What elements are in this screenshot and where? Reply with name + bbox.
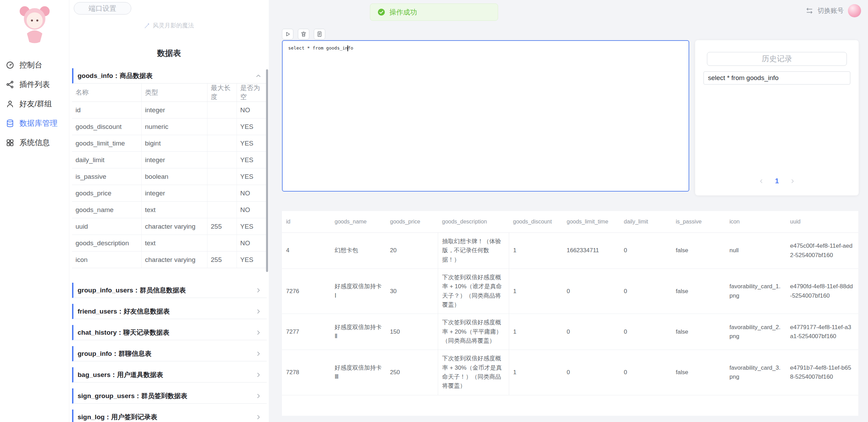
run-query-button[interactable] — [282, 29, 293, 39]
schema-cell: NO — [237, 102, 267, 118]
schema-cell: text — [141, 202, 207, 218]
play-icon — [284, 31, 291, 37]
table-cell: 150 — [386, 314, 438, 350]
table-cell: favorability_card_2.png — [725, 314, 786, 350]
table-section-sign-log[interactable]: sign_log：用户签到记录表 — [72, 410, 267, 422]
schema-cell: goods_description — [72, 235, 141, 252]
schema-row: daily_limit integer YES — [72, 152, 267, 168]
sidebar-item-plugins[interactable]: 插件列表 — [0, 75, 69, 94]
switch-account-icon[interactable] — [806, 7, 813, 15]
scrollbar-thumb[interactable] — [266, 69, 268, 272]
sidebar-nav: 控制台 插件列表 好友/群组 — [0, 55, 69, 152]
avatar[interactable] — [848, 4, 861, 17]
document-button[interactable] — [314, 29, 325, 39]
schema-cell: character varying — [141, 252, 207, 268]
chevron-right-icon — [255, 414, 262, 421]
schema-row: is_passive boolean YES — [72, 168, 267, 185]
switch-account-button[interactable]: 切换账号 — [817, 6, 844, 15]
sidebar-item-friends-groups[interactable]: 好友/群组 — [0, 94, 69, 114]
results-col-header: goods_name — [330, 211, 386, 233]
schema-cell: YES — [237, 152, 267, 168]
clear-query-button[interactable] — [298, 29, 309, 39]
sidebar-item-label: 插件列表 — [19, 79, 50, 90]
success-check-icon — [377, 8, 386, 16]
table-cell: 1 — [509, 350, 563, 395]
trash-icon — [300, 31, 307, 37]
sidebar-item-label: 数据库管理 — [19, 118, 57, 129]
table-section-title: friend_users：好友信息数据表 — [78, 307, 170, 316]
table-section-bag-users[interactable]: bag_users：用户道具数据表 — [72, 367, 267, 383]
port-settings-button[interactable]: 端口设置 — [74, 2, 131, 15]
table-cell: 7278 — [282, 350, 330, 395]
schema-row: id integer NO — [72, 102, 267, 118]
mascot-illustration — [11, 3, 59, 45]
table-cell: favorability_card_1.png — [725, 269, 786, 314]
table-section-title: group_info_users：群员信息数据表 — [78, 286, 186, 295]
success-toast: 操作成功 — [370, 3, 498, 21]
table-section-title: bag_users：用户道具数据表 — [78, 370, 163, 379]
table-cell: 抽取幻想卡牌！（体验版，不记录任何数据！） — [438, 233, 509, 269]
table-cell: 好感度双倍加持卡Ⅱ — [330, 314, 386, 350]
table-section-header[interactable]: goods_info：商品数据表 — [72, 68, 267, 83]
table-section-title: goods_info：商品数据表 — [78, 71, 152, 80]
table-row: 4 幻想卡包 20 抽取幻想卡牌！（体验版，不记录任何数据！） 1 166233… — [282, 233, 858, 269]
schema-cell: boolean — [141, 168, 207, 185]
table-cell: 1 — [509, 314, 563, 350]
history-panel: 历史记录 select * from goods_info 1 — [695, 40, 859, 195]
table-cell: 1662334711 — [563, 233, 620, 269]
prev-page-icon[interactable] — [758, 178, 764, 184]
schema-header-row: 名称 类型 最大长度 是否为空 — [72, 83, 267, 102]
sidebar-item-label: 好友/群组 — [19, 99, 52, 109]
schema-cell: uuid — [72, 218, 141, 235]
next-page-icon[interactable] — [789, 178, 796, 184]
chevron-right-icon — [255, 393, 262, 399]
main-area: select * from goods_info 历史记录 select * f… — [269, 0, 868, 422]
table-cell: 下次签到双倍好感度概率 + 10%（谁才是真命天子？）（同类商品将覆盖） — [438, 269, 509, 314]
sql-editor[interactable]: select * from goods_info — [282, 40, 689, 192]
table-section-chat-history[interactable]: chat_history：聊天记录数据表 — [72, 325, 267, 340]
results-col-header: goods_price — [386, 211, 438, 233]
sidebar-item-label: 控制台 — [19, 60, 42, 70]
schema-cell — [207, 202, 237, 218]
schema-cell: character varying — [141, 218, 207, 235]
magic-easter-egg-label: 风灵月影的魔法 — [153, 21, 194, 29]
history-item[interactable]: select * from goods_info — [703, 71, 850, 85]
table-cell: 0 — [563, 350, 620, 395]
schema-cell: integer — [141, 185, 207, 202]
schema-cell: icon — [72, 252, 141, 268]
schema-cell: integer — [141, 102, 207, 118]
schema-cell: text — [141, 235, 207, 252]
sql-query-text: select * from goods_info — [288, 45, 353, 51]
table-section-group-info-users[interactable]: group_info_users：群员信息数据表 — [72, 283, 267, 298]
schema-cell — [207, 118, 237, 135]
schema-cell: daily_limit — [72, 152, 141, 168]
page-number[interactable]: 1 — [775, 177, 779, 185]
table-cell: e4779177-4ef8-11ef-a3a1-5254007bf160 — [786, 314, 858, 350]
schema-row: goods_limit_time bigint YES — [72, 135, 267, 152]
table-row: 7278 好感度双倍加持卡Ⅲ 250 下次签到双倍好感度概率 + 30%（金币才… — [282, 350, 858, 395]
sidebar-item-database[interactable]: 数据库管理 — [0, 114, 69, 133]
table-row: 7276 好感度双倍加持卡Ⅰ 30 下次签到双倍好感度概率 + 10%（谁才是真… — [282, 269, 858, 314]
table-section-sign-group-users[interactable]: sign_group_users：群员签到数据表 — [72, 388, 267, 404]
schema-cell: numeric — [141, 118, 207, 135]
text-cursor — [347, 45, 348, 51]
sidebar-item-system[interactable]: 系统信息 — [0, 133, 69, 152]
results-col-header: is_passive — [672, 211, 725, 233]
magic-wand-icon — [144, 22, 151, 29]
sidebar-item-console[interactable]: 控制台 — [0, 55, 69, 75]
schema-cell: 255 — [207, 218, 237, 235]
chevron-right-icon — [255, 308, 262, 315]
table-cell: 4 — [282, 233, 330, 269]
table-cell: 0 — [563, 269, 620, 314]
table-section-friend-users[interactable]: friend_users：好友信息数据表 — [72, 304, 267, 319]
schema-cell: YES — [237, 218, 267, 235]
table-cell: 0 — [620, 269, 672, 314]
schema-cell — [207, 235, 237, 252]
database-icon — [6, 119, 15, 128]
table-cell: 1 — [509, 233, 563, 269]
schema-cell: goods_price — [72, 185, 141, 202]
magic-easter-egg[interactable]: 风灵月影的魔法 — [69, 21, 269, 29]
table-cell: 好感度双倍加持卡Ⅰ — [330, 269, 386, 314]
table-cell: e475c00f-4ef8-11ef-aed2-5254007bf160 — [786, 233, 858, 269]
table-section-group-info[interactable]: group_info：群聊信息表 — [72, 346, 267, 361]
